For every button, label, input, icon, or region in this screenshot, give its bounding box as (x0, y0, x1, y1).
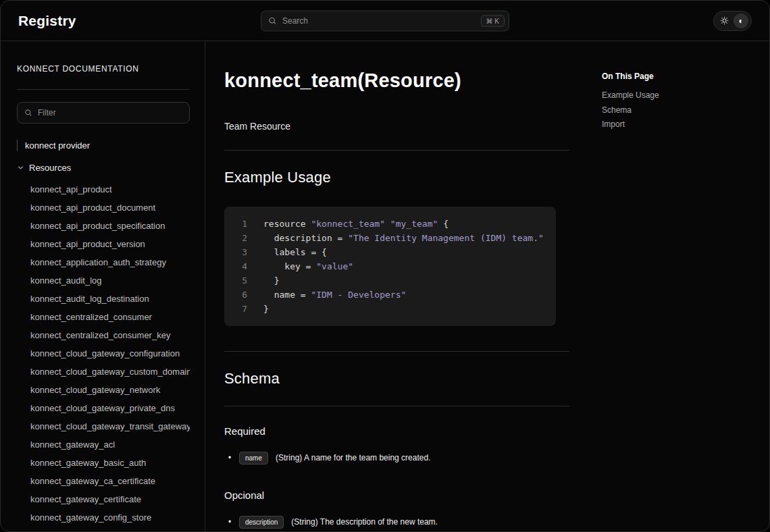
filter-search-icon (24, 109, 32, 117)
theme-toggle: ◐ (713, 11, 752, 31)
sidebar-item-konnect-provider[interactable]: konnect provider (17, 140, 190, 151)
sidebar-item-konnect-gateway-acl[interactable]: konnect_gateway_acl (17, 435, 190, 454)
toc-title: On This Page (602, 72, 769, 81)
sidebar-divider (17, 89, 190, 90)
bullet-icon: • (224, 517, 239, 527)
sidebar-item-konnect-centralized-consumer-key[interactable]: konnect_centralized_consumer_key (17, 326, 190, 344)
code-line: 7} (238, 302, 542, 316)
param-item-description: •description(String) The description of … (224, 514, 569, 529)
sidebar-item-konnect-gateway-ca-certificate[interactable]: konnect_gateway_ca_certificate (17, 472, 190, 490)
sidebar-item-konnect-audit-log[interactable]: konnect_audit_log (17, 271, 190, 290)
page-title: konnect_team(Resource) (224, 70, 569, 92)
sidebar-item-konnect-cloud-gateway-custom-domain[interactable]: konnect_cloud_gateway_custom_domain (17, 363, 190, 381)
search-shortcut-badge: ⌘ K (481, 15, 505, 26)
schema-heading: Schema (224, 370, 569, 388)
line-number: 2 (238, 231, 247, 245)
sidebar-item-konnect-api-product-document[interactable]: konnect_api_product_document (17, 198, 190, 217)
line-number: 4 (238, 259, 247, 273)
param-description: (String) A name for the team being creat… (276, 450, 430, 465)
section-divider (224, 406, 569, 406)
toc-item-schema[interactable]: Schema (602, 103, 769, 118)
line-number: 7 (238, 302, 247, 316)
filter-placeholder: Filter (38, 108, 56, 117)
sidebar: KONNECT DOCUMENTATION Filter konnect pro… (1, 41, 205, 531)
sun-icon (720, 16, 729, 25)
app-window: Registry Search ⌘ K (0, 0, 770, 532)
code-line: 4 key = "value" (238, 259, 542, 273)
optional-heading: Opcional (224, 489, 569, 501)
sidebar-item-konnect-centralized-consumer[interactable]: konnect_centralized_consumer (17, 308, 190, 326)
sidebar-item-konnect-cloud-gateway-transit-gateway[interactable]: konnect_cloud_gateway_transit_gateway (17, 417, 190, 435)
sidebar-item-konnect-application-auth-strategy[interactable]: konnect_application_auth_strategy (17, 253, 190, 271)
page-subtitle: Team Resource (224, 121, 569, 132)
param-item-name: •name(String) A name for the team being … (224, 450, 569, 465)
registry-logo[interactable]: Registry (18, 13, 76, 29)
dark-theme-button[interactable]: ◐ (734, 14, 748, 28)
section-divider (224, 150, 569, 151)
light-theme-button[interactable] (717, 14, 732, 28)
toc-item-import[interactable]: Import (602, 117, 769, 132)
code-line: 1resource "konnect_team" "my_team" { (238, 217, 542, 231)
code-line: 2 description = "The Identity Management… (238, 231, 542, 245)
sidebar-item-konnect-api-product-specification[interactable]: konnect_api_product_specification (17, 217, 190, 235)
section-divider (224, 351, 569, 352)
sidebar-item-konnect-cloud-gateway-configuration[interactable]: konnect_cloud_gateway_configuration (17, 344, 190, 363)
code-line: 5 } (238, 273, 542, 288)
sidebar-title: KONNECT DOCUMENTATION (17, 64, 190, 74)
line-number: 1 (238, 217, 247, 231)
code-line: 6 name = "IDM - Developers" (238, 288, 542, 302)
line-number: 5 (238, 273, 247, 288)
sidebar-item-konnect-audit-log-destination[interactable]: konnect_audit_log_destination (17, 290, 190, 308)
bullet-icon: • (224, 453, 239, 462)
resources-label: Resources (29, 163, 71, 173)
sidebar-item-konnect-gateway-consumer[interactable]: konnect_gateway_consumer (17, 527, 190, 531)
param-chip-description: description (239, 516, 284, 529)
line-number: 6 (238, 288, 247, 302)
param-description: (String) The description of the new team… (291, 514, 438, 529)
search-input[interactable]: Search ⌘ K (261, 10, 509, 31)
toc-item-example-usage[interactable]: Example Usage (602, 88, 769, 103)
sidebar-item-konnect-api-product[interactable]: konnect_api_product (17, 180, 190, 198)
toc-list: Example UsageSchemaImport (602, 88, 769, 132)
top-bar: Registry Search ⌘ K (1, 1, 769, 41)
search-icon (268, 16, 277, 25)
on-this-page-nav: On This Page Example UsageSchemaImport (602, 41, 769, 531)
param-chip-name: name (239, 452, 268, 464)
filter-input[interactable]: Filter (17, 102, 190, 124)
example-usage-heading: Example Usage (224, 169, 569, 186)
code-line: 3 labels = { (238, 245, 542, 259)
optional-param-list: •description(String) The description of … (224, 514, 569, 531)
sidebar-item-konnect-gateway-basic-auth[interactable]: konnect_gateway_basic_auth (17, 454, 190, 472)
sidebar-item-konnect-gateway-config-store[interactable]: konnect_gateway_config_store (17, 508, 190, 527)
required-param-list: •name(String) A name for the team being … (224, 450, 569, 465)
main-content: konnect_team(Resource) Team Resource Exa… (205, 41, 602, 531)
search-placeholder: Search (282, 16, 308, 26)
chevron-down-icon (17, 164, 24, 171)
code-block: 1resource "konnect_team" "my_team" {2 de… (224, 207, 556, 326)
contrast-icon: ◐ (738, 16, 743, 26)
line-number: 3 (238, 245, 247, 259)
sidebar-item-konnect-cloud-gateway-private-dns[interactable]: konnect_cloud_gateway_private_dns (17, 399, 190, 417)
sidebar-resource-list: konnect_api_productkonnect_api_product_d… (17, 180, 190, 531)
required-heading: Required (224, 425, 569, 437)
sidebar-item-konnect-gateway-certificate[interactable]: konnect_gateway_certificate (17, 490, 190, 508)
sidebar-item-konnect-api-product-version[interactable]: konnect_api_product_version (17, 235, 190, 253)
sidebar-group-resources[interactable]: Resources (17, 163, 190, 173)
sidebar-item-konnect-cloud-gateway-network[interactable]: konnect_cloud_gateway_network (17, 381, 190, 399)
